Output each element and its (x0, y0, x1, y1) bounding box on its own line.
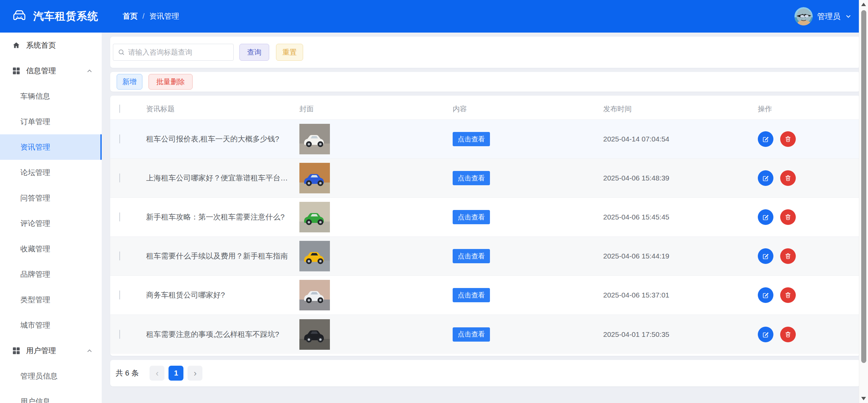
column-header-cover: 封面 (299, 104, 453, 114)
sidebar-item-15[interactable]: 用户信息 (0, 389, 102, 403)
edit-button[interactable] (758, 287, 773, 303)
user-menu[interactable]: 管理员 (794, 7, 852, 25)
sidebar-item-label: 管理员信息 (20, 371, 58, 381)
sidebar-item-label: 车辆信息 (20, 91, 50, 101)
delete-button[interactable] (780, 209, 796, 225)
sidebar-item-14[interactable]: 管理员信息 (0, 363, 102, 389)
page-number-1[interactable]: 1 (169, 366, 183, 381)
row-checkbox[interactable] (119, 173, 120, 183)
sidebar-item-label: 论坛管理 (20, 168, 50, 178)
sidebar-item-5[interactable]: 资讯管理 (0, 134, 102, 160)
breadcrumb-separator: / (142, 12, 144, 21)
query-button[interactable]: 查询 (239, 44, 269, 61)
sidebar-item-13[interactable]: 用户管理 (0, 338, 102, 363)
sidebar-item-4[interactable]: 订单管理 (0, 109, 102, 134)
view-content-button[interactable]: 点击查看 (453, 288, 490, 302)
cover-image (299, 124, 453, 154)
view-content-button[interactable]: 点击查看 (453, 249, 490, 263)
delete-button[interactable] (780, 327, 796, 342)
row-checkbox[interactable] (119, 134, 120, 143)
home-icon (12, 41, 20, 50)
delete-button[interactable] (780, 248, 796, 264)
cover-image (299, 319, 453, 350)
sidebar-item-label: 问答管理 (20, 193, 50, 203)
delete-button[interactable] (780, 287, 796, 303)
sidebar-item-8[interactable]: 评论管理 (0, 211, 102, 236)
sidebar-item-7[interactable]: 问答管理 (0, 185, 102, 211)
select-all-checkbox[interactable] (119, 104, 120, 113)
column-header-title: 资讯标题 (146, 104, 299, 114)
batch-delete-button[interactable]: 批量删除 (149, 74, 193, 90)
browser-scrollbar[interactable] (859, 0, 868, 403)
row-checkbox[interactable] (119, 212, 120, 222)
publish-time: 2025-04-06 15:44:19 (603, 252, 758, 260)
sidebar-item-label: 系统首页 (26, 40, 56, 51)
view-content-button[interactable]: 点击查看 (453, 132, 490, 146)
sidebar-item-6[interactable]: 论坛管理 (0, 160, 102, 185)
scrollbar-up-arrow-icon[interactable] (861, 3, 866, 6)
edit-button[interactable] (758, 248, 773, 264)
row-checkbox[interactable] (119, 251, 120, 261)
search-input[interactable] (128, 48, 229, 56)
sidebar-item-10[interactable]: 品牌管理 (0, 262, 102, 287)
car-logo-icon (12, 8, 27, 24)
row-checkbox[interactable] (119, 290, 120, 300)
news-title: 租车公司报价表,租车一天的大概多少钱? (146, 134, 299, 144)
table-row: 上海租车公司哪家好？便宜靠谱租车平台… 点击查看 2025-04-06 15:4… (110, 159, 860, 198)
edit-button[interactable] (758, 170, 773, 186)
publish-time: 2025-04-01 17:50:35 (603, 330, 758, 339)
cover-image (299, 241, 453, 271)
sidebar-item-label: 评论管理 (20, 218, 50, 229)
sidebar-item-9[interactable]: 收藏管理 (0, 236, 102, 262)
sidebar-item-1[interactable]: 系统首页 (0, 33, 102, 58)
chevron-down-icon (845, 13, 852, 20)
sidebar-item-11[interactable]: 类型管理 (0, 287, 102, 312)
sidebar-item-label: 订单管理 (20, 117, 50, 127)
view-content-button[interactable]: 点击查看 (453, 327, 490, 342)
breadcrumb: 首页 / 资讯管理 (123, 11, 179, 21)
breadcrumb-home[interactable]: 首页 (123, 11, 138, 21)
table-row: 租车需要什么手续以及费用？新手租车指南 点击查看 2025-04-06 15:4… (110, 237, 860, 276)
sidebar-item-3[interactable]: 车辆信息 (0, 83, 102, 109)
avatar[interactable] (794, 7, 813, 25)
toolbar: 新增 批量删除 (110, 72, 860, 92)
search-input-wrap (113, 44, 234, 61)
app-logo: 汽车租赁系统 (12, 8, 98, 24)
sidebar-item-label: 用户信息 (20, 397, 50, 403)
next-page-button[interactable]: › (188, 366, 202, 381)
reset-button[interactable]: 重置 (276, 44, 303, 61)
sidebar-group-label: 信息管理 (26, 66, 56, 76)
scrollbar-down-arrow-icon[interactable] (861, 397, 866, 400)
sidebar-item-label: 资讯管理 (20, 142, 50, 152)
pagination: 共 6 条 ‹ 1 › (110, 360, 860, 386)
main-layout: 系统首页 信息管理 车辆信息 订单管理 资讯管理 论坛管理 问答管理 评论管理 … (0, 33, 868, 403)
news-title: 新手租车攻略：第一次租车需要注意什么? (146, 212, 299, 222)
add-button[interactable]: 新增 (117, 74, 142, 90)
breadcrumb-current: 资讯管理 (149, 11, 179, 21)
chevron-left-icon: ‹ (156, 368, 159, 379)
main-content: 查询 重置 新增 批量删除 资讯标题 封面 内容 发布时间 操作 租车公司报价表… (102, 33, 868, 403)
table-row: 租车公司报价表,租车一天的大概多少钱? 点击查看 2025-04-14 07:0… (110, 120, 860, 159)
edit-button[interactable] (758, 209, 773, 225)
prev-page-button[interactable]: ‹ (150, 366, 164, 381)
edit-button[interactable] (758, 131, 773, 147)
scrollbar-thumb[interactable] (861, 10, 866, 363)
view-content-button[interactable]: 点击查看 (453, 171, 490, 185)
cover-image (299, 202, 453, 232)
row-checkbox[interactable] (119, 330, 120, 339)
table-header-row: 资讯标题 封面 内容 发布时间 操作 (110, 98, 860, 120)
sidebar-item-label: 收藏管理 (20, 244, 50, 254)
table-body: 租车公司报价表,租车一天的大概多少钱? 点击查看 2025-04-14 07:0… (110, 120, 860, 354)
delete-button[interactable] (780, 170, 796, 186)
grid-icon (12, 347, 20, 355)
sidebar-item-2[interactable]: 信息管理 (0, 58, 102, 83)
user-name: 管理员 (817, 11, 841, 22)
table-row: 租车需要注意的事项,怎么样租车不踩坑? 点击查看 2025-04-01 17:5… (110, 315, 860, 354)
edit-button[interactable] (758, 327, 773, 342)
delete-button[interactable] (780, 131, 796, 147)
sidebar-group-label: 用户管理 (26, 346, 56, 356)
sidebar-item-12[interactable]: 城市管理 (0, 312, 102, 338)
news-table: 资讯标题 封面 内容 发布时间 操作 租车公司报价表,租车一天的大概多少钱? (110, 96, 860, 356)
view-content-button[interactable]: 点击查看 (453, 210, 490, 224)
news-title: 商务车租赁公司哪家好? (146, 290, 299, 300)
